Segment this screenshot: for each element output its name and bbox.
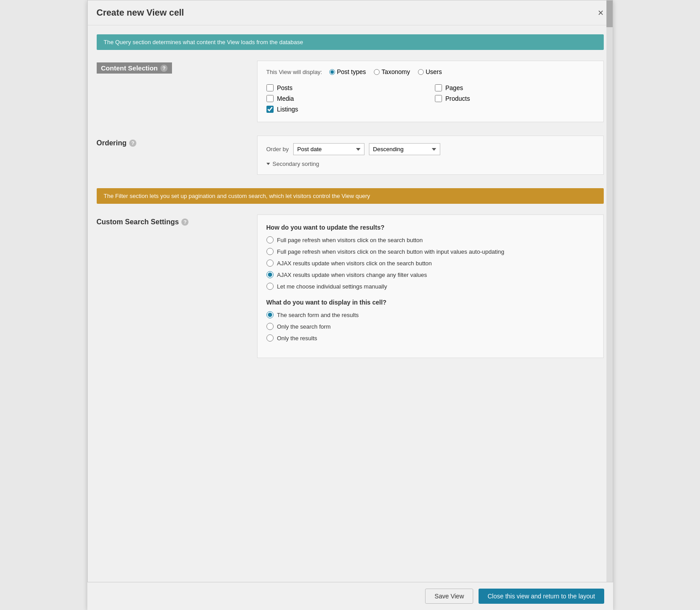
question2-label: What do you want to display in this cell… xyxy=(266,299,594,306)
checkbox-listings[interactable]: Listings xyxy=(266,106,426,113)
checkbox-posts-input[interactable] xyxy=(266,84,274,91)
content-selection-label: Content Selection ? xyxy=(97,62,172,74)
display-options-list: The search form and the results Only the… xyxy=(266,311,594,342)
secondary-sorting-label: Secondary sorting xyxy=(273,161,319,167)
radio-post-types-input[interactable] xyxy=(329,69,335,75)
radio-users-input[interactable] xyxy=(418,69,424,75)
custom-search-label: Custom Search Settings ? xyxy=(97,216,189,228)
content-selection-section: Content Selection ? This View will displ… xyxy=(97,61,604,122)
update-option-ajax-click-input[interactable] xyxy=(266,260,274,267)
radio-taxonomy-label: Taxonomy xyxy=(381,68,410,75)
ordering-label-area: Ordering ? xyxy=(97,136,257,175)
update-option-full-refresh-input[interactable] xyxy=(266,236,274,243)
content-selection-help-icon[interactable]: ? xyxy=(160,65,168,72)
ordering-label: Ordering ? xyxy=(97,137,137,149)
display-option-search-and-results: The search form and the results xyxy=(266,311,594,318)
checkbox-pages[interactable]: Pages xyxy=(435,84,594,91)
modal-title: Create new View cell xyxy=(97,8,184,18)
update-option-manual-input[interactable] xyxy=(266,283,274,290)
order-by-row: Order by Post date Post title Post ID Me… xyxy=(266,143,594,155)
update-results-options: Full page refresh when visitors click on… xyxy=(266,236,594,290)
order-by-label: Order by xyxy=(266,146,289,152)
secondary-sorting[interactable]: Secondary sorting xyxy=(266,161,594,167)
display-option-results-only: Only the results xyxy=(266,334,594,342)
query-info-banner: The Query section determines what conten… xyxy=(97,34,604,50)
ordering-content: Order by Post date Post title Post ID Me… xyxy=(257,136,604,175)
checkbox-media-input[interactable] xyxy=(266,95,274,102)
radio-taxonomy[interactable]: Taxonomy xyxy=(374,68,410,75)
update-option-ajax-click: AJAX results update when visitors click … xyxy=(266,260,594,267)
ordering-section: Ordering ? Order by Post date Post title… xyxy=(97,136,604,175)
checkbox-pages-input[interactable] xyxy=(435,84,442,91)
scrollbar-track: ▲ ▼ xyxy=(606,0,613,610)
radio-post-types-label: Post types xyxy=(337,68,366,75)
save-view-button[interactable]: Save View xyxy=(425,589,473,604)
display-option-results-only-input[interactable] xyxy=(266,334,274,342)
post-types-checkboxes: Posts Pages Media Products xyxy=(266,82,594,115)
modal-body: The Query section determines what conten… xyxy=(88,25,613,412)
modal-header: Create new View cell × xyxy=(88,0,613,25)
custom-search-content: How do you want to update the results? F… xyxy=(257,214,604,358)
update-option-full-refresh: Full page refresh when visitors click on… xyxy=(266,236,594,243)
update-option-manual: Let me choose individual settings manual… xyxy=(266,283,594,290)
update-option-ajax-change: AJAX results update when visitors change… xyxy=(266,271,594,278)
checkbox-products-input[interactable] xyxy=(435,95,442,102)
close-button[interactable]: × xyxy=(598,8,604,18)
content-selection-content: This View will display: Post types Taxon… xyxy=(257,61,604,122)
radio-users-label: Users xyxy=(426,68,442,75)
checkbox-posts[interactable]: Posts xyxy=(266,84,426,91)
order-by-select[interactable]: Post date Post title Post ID Menu order … xyxy=(293,143,364,155)
checkbox-products[interactable]: Products xyxy=(435,95,594,102)
filter-info-banner: The Filter section lets you set up pagin… xyxy=(97,188,604,204)
checkbox-media[interactable]: Media xyxy=(266,95,426,102)
update-option-ajax-change-input[interactable] xyxy=(266,271,274,278)
display-option-search-only: Only the search form xyxy=(266,323,594,330)
display-option-search-only-input[interactable] xyxy=(266,323,274,330)
checkbox-listings-input[interactable] xyxy=(266,106,274,113)
custom-search-section: Custom Search Settings ? How do you want… xyxy=(97,214,604,358)
custom-search-label-area: Custom Search Settings ? xyxy=(97,214,257,358)
content-selection-label-area: Content Selection ? xyxy=(97,61,257,122)
secondary-sorting-arrow xyxy=(266,163,270,165)
close-layout-button[interactable]: Close this view and return to the layout xyxy=(479,589,604,604)
update-option-full-refresh-auto-input[interactable] xyxy=(266,248,274,255)
display-option-search-and-results-input[interactable] xyxy=(266,311,274,318)
ordering-help-icon[interactable]: ? xyxy=(129,140,136,147)
update-option-full-refresh-auto: Full page refresh when visitors click on… xyxy=(266,248,594,255)
view-display-label: This View will display: xyxy=(266,69,322,75)
modal-container: ▲ ▼ Create new View cell × The Query sec… xyxy=(87,0,613,610)
custom-search-help-icon[interactable]: ? xyxy=(181,218,188,226)
modal-footer: Save View Close this view and return to … xyxy=(87,582,613,610)
view-display-row: This View will display: Post types Taxon… xyxy=(266,68,594,75)
question1-label: How do you want to update the results? xyxy=(266,224,594,231)
radio-post-types[interactable]: Post types xyxy=(329,68,366,75)
radio-taxonomy-input[interactable] xyxy=(374,69,380,75)
radio-users[interactable]: Users xyxy=(418,68,442,75)
scrollbar-thumb[interactable] xyxy=(606,0,613,27)
direction-select[interactable]: Ascending Descending xyxy=(369,143,440,155)
